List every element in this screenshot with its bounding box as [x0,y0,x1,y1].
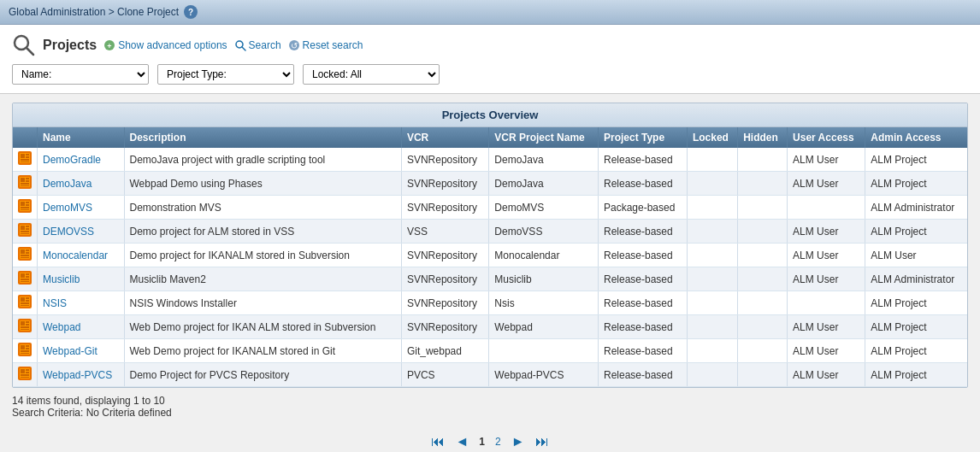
row-name[interactable]: Webpad-Git [38,339,125,363]
svg-rect-34 [21,231,29,232]
row-vcr: SVNRepository [401,267,488,291]
row-description: NSIS Windows Installer [124,291,401,315]
svg-rect-38 [21,249,25,254]
svg-rect-49 [21,281,29,282]
project-type-filter[interactable]: Project Type: [157,64,294,85]
col-name[interactable]: Name [38,127,125,148]
row-user-access: ALM User [788,148,865,172]
project-icon [18,199,32,213]
svg-rect-10 [21,154,25,158]
svg-rect-32 [26,226,29,227]
svg-rect-33 [26,228,29,230]
reset-search-link[interactable]: ↺ Reset search [288,39,363,51]
row-icon-cell [13,267,38,291]
row-hidden [738,339,788,363]
svg-rect-74 [26,369,29,371]
col-description: Description [124,127,401,148]
row-project-type: Release-based [598,172,687,196]
row-project-type: Release-based [598,363,687,387]
row-vcr: SVNRepository [401,244,488,267]
row-name[interactable]: Musiclib [38,267,125,291]
svg-rect-27 [21,207,29,208]
row-admin-access: ALM Project [865,291,967,315]
row-name[interactable]: DemoGradle [38,148,125,172]
row-name[interactable]: NSIS [38,291,125,315]
row-user-access: ALM User [788,339,865,363]
row-vcr: PVCS [401,363,488,387]
row-name[interactable]: Webpad-PVCS [38,363,125,387]
last-page-btn[interactable]: ⏭ [532,432,552,451]
row-description: Demo Project for PVCS Repository [124,363,401,387]
table-row[interactable]: MonocalendarDemo project for IKANALM sto… [13,244,967,267]
svg-rect-70 [21,353,29,354]
row-name[interactable]: DEMOVSS [38,220,125,244]
svg-text:↺: ↺ [291,41,298,50]
row-admin-access: ALM Project [865,363,967,387]
footer-info: 14 items found, displaying 1 to 10 Searc… [12,395,968,419]
project-icon [18,343,32,356]
col-vcr-project-name: VCR Project Name [489,127,599,148]
row-hidden [738,363,788,387]
table-row[interactable]: DemoGradleDemoJava project with gradle s… [13,148,967,172]
svg-line-5 [242,47,245,50]
table-row[interactable]: Webpad-PVCSDemo Project for PVCS Reposit… [13,363,967,387]
row-admin-access: ALM User [865,244,967,267]
svg-rect-11 [26,154,29,156]
row-name[interactable]: DemoMVS [38,196,125,220]
search-link[interactable]: Search [234,39,281,51]
row-description: Webpad Demo using Phases [124,172,401,196]
locked-filter[interactable]: Locked: All [303,64,440,85]
search-area: Projects + Show advanced options Search … [0,25,980,94]
show-advanced-options-link[interactable]: + Show advanced options [103,39,227,51]
name-filter[interactable]: Name: [12,64,149,85]
row-name[interactable]: Monocalendar [38,244,125,267]
col-locked: Locked [687,127,737,148]
row-user-access: ALM User [788,363,865,387]
row-icon-cell [13,172,38,196]
svg-rect-12 [26,156,29,158]
row-vcr: SVNRepository [401,315,488,339]
row-name[interactable]: DemoJava [38,172,125,196]
table-row[interactable]: DemoJavaWebpad Demo using PhasesSVNRepos… [13,172,967,196]
next-page-btn[interactable]: ► [508,432,528,451]
svg-rect-35 [21,233,29,234]
prev-page-btn[interactable]: ◄ [452,432,472,451]
col-hidden: Hidden [738,127,788,148]
svg-rect-39 [26,249,29,251]
svg-rect-13 [21,159,29,161]
svg-rect-14 [21,161,29,162]
pagination: ⏮ ◄ 1 2 ► ⏭ [12,426,968,452]
project-icon [18,175,32,189]
svg-rect-53 [26,297,29,299]
row-hidden [738,291,788,315]
row-locked [687,244,737,267]
table-row[interactable]: WebpadWeb Demo project for IKAN ALM stor… [13,315,967,339]
svg-rect-48 [21,279,29,280]
table-row[interactable]: DemoMVSDemonstration MVSSVNRepositoryDem… [13,196,967,220]
row-description: DemoJava project with gradle scripting t… [124,148,401,172]
row-vcr: SVNRepository [401,291,488,315]
svg-text:+: + [108,42,112,50]
svg-rect-18 [26,178,29,179]
row-locked [687,291,737,315]
row-user-access [788,196,865,220]
row-name[interactable]: Webpad [38,315,125,339]
row-icon-cell [13,148,38,172]
row-user-access: ALM User [788,267,865,291]
first-page-btn[interactable]: ⏮ [428,432,448,451]
page-1-btn[interactable]: 1 [475,434,488,449]
svg-rect-19 [26,180,29,182]
help-icon[interactable]: ? [184,5,198,19]
table-row[interactable]: DEMOVSSDemo project for ALM stored in VS… [13,220,967,244]
svg-rect-24 [21,202,25,206]
page-2-btn[interactable]: 2 [492,434,505,449]
table-row[interactable]: MusiclibMusiclib Maven2SVNRepositoryMusi… [13,267,967,291]
project-icon [18,319,32,332]
table-row[interactable]: NSISNSIS Windows InstallerSVNRepositoryN… [13,291,967,315]
row-locked [687,315,737,339]
row-locked [687,172,737,196]
row-admin-access: ALM Project [865,339,967,363]
table-row[interactable]: Webpad-GitWeb Demo project for IKANALM s… [13,339,967,363]
row-admin-access: ALM Project [865,148,967,172]
row-icon-cell [13,315,38,339]
